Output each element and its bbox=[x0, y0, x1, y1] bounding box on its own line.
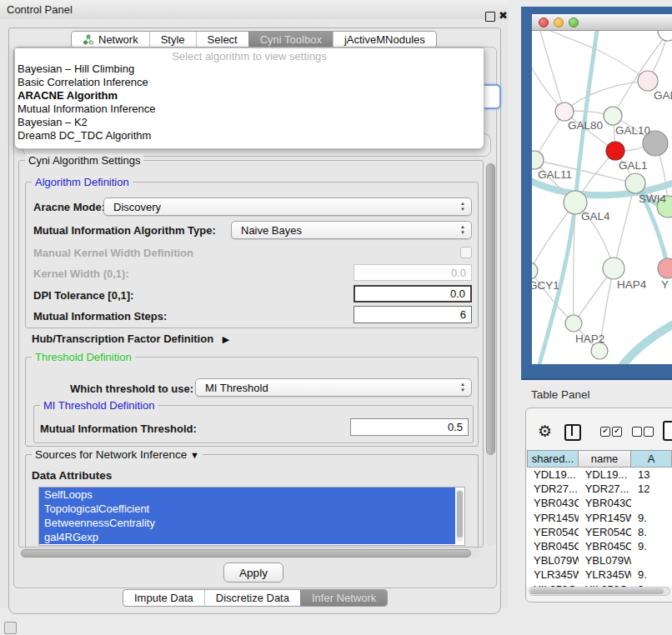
network-node-gal10[interactable] bbox=[604, 107, 622, 125]
table-row[interactable]: YBR043CYBR043C bbox=[527, 496, 672, 510]
node-label: GCY1 bbox=[532, 279, 559, 292]
unchecked-box-icon[interactable] bbox=[632, 427, 642, 437]
network-node-gcy1[interactable] bbox=[532, 262, 538, 279]
table-cell: 9. bbox=[631, 540, 672, 552]
mi-type-label: Mutual Information Algorithm Type: bbox=[33, 224, 216, 237]
collapsed-panel-icon[interactable] bbox=[4, 622, 17, 634]
data-attributes-list[interactable]: SelfLoopsTopologicalCoefficientBetweenne… bbox=[38, 487, 465, 546]
zoom-button[interactable] bbox=[569, 18, 579, 28]
aracne-mode-label: Aracne Mode: bbox=[33, 201, 105, 213]
tab-label: Network bbox=[98, 33, 138, 46]
network-canvas[interactable]: GALGAL80GAL10GAL1GAL11SWI4GAL4GCY1HAP4YH… bbox=[532, 31, 672, 364]
attributes-scrollbar-thumb[interactable] bbox=[457, 491, 463, 538]
tab-label: Discretize Data bbox=[216, 592, 289, 604]
table-row[interactable]: YLR345WYLR345W9. bbox=[527, 568, 672, 582]
network-node-hap4[interactable] bbox=[603, 258, 624, 279]
tab-jactivemnodules[interactable]: jActiveMNodules bbox=[333, 32, 436, 48]
network-node[interactable] bbox=[591, 342, 608, 359]
node-label: GAL80 bbox=[568, 119, 603, 132]
node-label: GAL4 bbox=[581, 210, 610, 222]
tab-select[interactable]: Select bbox=[196, 32, 248, 48]
table-row[interactable]: YBL079WYBL079W bbox=[527, 553, 672, 568]
table-horizontal-scrollbar[interactable] bbox=[529, 587, 670, 596]
settings-horizontal-scrollbar[interactable] bbox=[20, 548, 480, 558]
column-header-name[interactable]: name bbox=[579, 450, 631, 468]
tab-label: Impute Data bbox=[134, 592, 193, 604]
network-node-gal11[interactable] bbox=[532, 151, 544, 169]
table-cell: YDR27... bbox=[579, 482, 631, 495]
tab-discretize-data[interactable]: Discretize Data bbox=[204, 590, 300, 606]
manual-kernel-label: Manual Kernel Width Definition bbox=[33, 247, 193, 259]
table-cell: 12 bbox=[631, 482, 672, 495]
node-label: GAL10 bbox=[615, 124, 650, 137]
network-node-gal[interactable] bbox=[638, 71, 658, 91]
algorithm-option-bayesian-hill-climbing[interactable]: Bayesian – Hill Climbing bbox=[15, 62, 484, 76]
table-row[interactable]: YPR145WYPR145W9. bbox=[527, 511, 672, 525]
mi-steps-field[interactable]: 6 bbox=[354, 306, 472, 323]
table-horizontal-thumb[interactable] bbox=[530, 588, 664, 594]
table-cell: YLR345W bbox=[579, 568, 631, 581]
sources-group-title[interactable]: Sources for Network Inference ▼ bbox=[32, 448, 203, 461]
unchecked-box-icon[interactable] bbox=[644, 427, 654, 437]
tab-cyni-toolbox[interactable]: Cyni Toolbox bbox=[248, 32, 333, 48]
attributes-scrollbar[interactable] bbox=[456, 489, 464, 542]
data-attributes-label: Data Attributes bbox=[32, 469, 112, 482]
attribute-item-gal4rgexp[interactable]: gal4RGexp bbox=[39, 530, 455, 544]
network-node[interactable] bbox=[658, 31, 672, 41]
tab-infer-network[interactable]: Infer Network bbox=[300, 590, 387, 606]
dpi-tolerance-field[interactable]: 0.0 bbox=[354, 285, 472, 302]
apply-button[interactable]: Apply bbox=[223, 562, 283, 582]
mi-threshold-field[interactable]: 0.5 bbox=[350, 418, 469, 436]
algorithm-option-bayesian-k2[interactable]: Bayesian – K2 bbox=[15, 116, 484, 129]
algorithm-option-basic-correlation-inference[interactable]: Basic Correlation Inference bbox=[15, 76, 484, 89]
tab-label: Select bbox=[208, 33, 238, 46]
attribute-item-selfloops[interactable]: SelfLoops bbox=[39, 488, 455, 502]
kernel-width-label: Kernel Width (0,1): bbox=[33, 268, 129, 280]
network-node-hap2[interactable] bbox=[565, 315, 582, 332]
algorithm-option-dream8-dc-tdc-algorithm[interactable]: Dream8 DC_TDC Algorithm bbox=[15, 129, 484, 142]
float-window-icon[interactable] bbox=[485, 12, 495, 22]
settings-vertical-scrollbar[interactable] bbox=[485, 162, 496, 546]
network-node-gal80[interactable] bbox=[555, 102, 574, 121]
manual-kernel-checkbox[interactable] bbox=[460, 247, 472, 258]
mi-type-combo[interactable]: Naive Bayes ▲▼ bbox=[231, 221, 472, 239]
table-row[interactable]: YBR045CYBR045C9. bbox=[527, 539, 672, 553]
gear-icon[interactable]: ⚙ bbox=[538, 422, 552, 441]
column-header-shared-[interactable]: shared... bbox=[527, 450, 579, 468]
attribute-item-betweennesscentrality[interactable]: BetweennessCentrality bbox=[39, 516, 455, 530]
hub-definition-label: Hub/Transcription Factor Definition bbox=[32, 332, 213, 345]
checked-box-icon[interactable]: ✔ bbox=[612, 427, 622, 437]
network-node-y[interactable] bbox=[658, 258, 672, 278]
control-panel-tabs: NetworkStyleSelectCyni ToolboxjActiveMNo… bbox=[71, 31, 437, 48]
settings-vertical-thumb[interactable] bbox=[486, 163, 495, 455]
network-node-swi4[interactable] bbox=[625, 173, 645, 193]
network-node-gal1[interactable] bbox=[606, 142, 624, 160]
table-row[interactable]: YDL19...YDL19...13 bbox=[527, 468, 672, 482]
attribute-item-topologicalcoefficient[interactable]: TopologicalCoefficient bbox=[39, 502, 455, 516]
which-threshold-label: Which threshold to use: bbox=[70, 382, 193, 395]
minimize-button[interactable] bbox=[554, 18, 564, 28]
algorithm-option-mutual-information-inference[interactable]: Mutual Information Inference bbox=[15, 102, 484, 116]
table-row[interactable]: YDR27...YDR27...12 bbox=[527, 482, 672, 496]
algorithm-option-aracne-algorithm[interactable]: ARACNE Algorithm bbox=[15, 89, 484, 102]
hub-definition-expander[interactable]: Hub/Transcription Factor Definition ▶ bbox=[32, 332, 229, 345]
column-header-a[interactable]: A bbox=[631, 450, 672, 468]
tab-style[interactable]: Style bbox=[149, 32, 196, 48]
close-button[interactable] bbox=[539, 18, 549, 28]
close-icon[interactable]: ✖ bbox=[499, 9, 508, 22]
document-icon[interactable] bbox=[663, 421, 672, 441]
split-columns-icon[interactable] bbox=[564, 424, 581, 441]
network-window-titlebar[interactable] bbox=[532, 14, 672, 31]
tab-network[interactable]: Network bbox=[72, 32, 149, 48]
table-row[interactable]: YER054CYER054C8. bbox=[527, 525, 672, 539]
node-label: Y bbox=[661, 278, 669, 291]
tab-impute-data[interactable]: Impute Data bbox=[123, 590, 204, 606]
mi-threshold-label: Mutual Information Threshold: bbox=[40, 422, 197, 435]
table-cell: YDL19... bbox=[579, 468, 631, 481]
kernel-width-field[interactable]: 0.0 bbox=[354, 264, 472, 281]
aracne-mode-combo[interactable]: Discovery ▲▼ bbox=[103, 198, 472, 216]
checked-box-icon[interactable]: ✔ bbox=[600, 427, 610, 437]
which-threshold-combo[interactable]: MI Threshold ▲▼ bbox=[195, 378, 472, 397]
node-label: HAP4 bbox=[617, 278, 647, 291]
settings-horizontal-thumb[interactable] bbox=[21, 549, 471, 558]
